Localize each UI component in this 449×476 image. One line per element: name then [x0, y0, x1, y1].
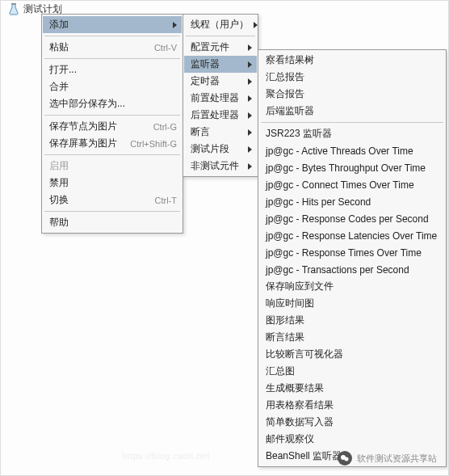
main-menu-item[interactable]: 禁用	[43, 175, 182, 192]
menu-item-label: 保存节点为图片	[49, 120, 145, 133]
submenu-arrow-icon	[248, 44, 252, 51]
listener-menu-item[interactable]: 汇总图	[259, 363, 445, 380]
menu-item-label: jp@gc - Bytes Throughput Over Time	[266, 162, 440, 174]
menu-item-label: 后端监听器	[266, 104, 440, 118]
menu-item-label: 保存屏幕为图片	[49, 137, 122, 150]
menu-item-label: jp@gc - Transactions per Second	[266, 264, 440, 276]
listener-menu-item[interactable]: 聚合报告	[259, 86, 445, 103]
menu-item-label: 简单数据写入器	[266, 415, 440, 429]
menu-item-label: 选中部分保存为...	[49, 97, 177, 111]
listener-menu-item[interactable]: jp@gc - Transactions per Second	[259, 261, 445, 278]
main-menu-item[interactable]: 启用	[43, 158, 182, 175]
listener-menu-item[interactable]: 邮件观察仪	[259, 431, 445, 448]
add-menu-item[interactable]: 后置处理器	[184, 107, 257, 124]
menu-item-label: JSR223 监听器	[266, 127, 440, 141]
add-menu-item[interactable]: 配置元件	[184, 39, 257, 56]
add-menu-item[interactable]: 定时器	[184, 73, 257, 90]
menu-item-label: 非测试元件	[191, 159, 243, 173]
menu-item-label: 汇总图	[266, 364, 440, 378]
listener-menu-item[interactable]: 汇总报告	[259, 69, 445, 86]
menu-separator	[44, 211, 180, 212]
watermark: 软件测试资源共享站	[338, 451, 437, 465]
menu-item-label: 图形结果	[266, 314, 440, 327]
listener-menu-item[interactable]: 后端监听器	[259, 103, 445, 120]
listener-menu-item[interactable]: jp@gc - Connect Times Over Time	[259, 176, 445, 193]
listener-menu-item[interactable]: jp@gc - Response Latencies Over Time	[259, 227, 445, 244]
add-menu-item[interactable]: 非测试元件	[184, 158, 257, 175]
listener-menu-item[interactable]: 比较断言可视化器	[259, 346, 445, 363]
menu-item-label: 用表格察看结果	[266, 398, 440, 412]
main-menu-item[interactable]: 打开...	[43, 61, 182, 78]
main-menu-item[interactable]: 帮助	[43, 214, 182, 231]
submenu-arrow-icon	[248, 95, 252, 102]
menu-item-label: 线程（用户）	[191, 18, 249, 32]
menu-item-shortcut: Ctrl+Shift-G	[130, 139, 177, 149]
menu-item-label: 启用	[49, 159, 177, 173]
menu-item-label: 定时器	[191, 74, 243, 88]
watermark-text: 软件测试资源共享站	[357, 453, 437, 465]
main-menu-item[interactable]: 选中部分保存为...	[43, 95, 182, 112]
main-menu-item[interactable]: 合并	[43, 78, 182, 95]
wechat-icon	[338, 451, 352, 465]
listener-menu-item[interactable]: 用表格察看结果	[259, 397, 445, 414]
menu-item-label: jp@gc - Active Threads Over Time	[266, 145, 440, 157]
listener-menu-item[interactable]: JSR223 监听器	[259, 125, 445, 142]
main-menu-item[interactable]: 添加	[43, 16, 182, 33]
menu-item-label: 监听器	[191, 57, 243, 71]
menu-item-label: 断言结果	[266, 331, 440, 344]
add-menu-item[interactable]: 测试片段	[184, 141, 257, 158]
listener-menu-item[interactable]: jp@gc - Response Times Over Time	[259, 244, 445, 261]
submenu-arrow-icon	[248, 163, 252, 170]
main-menu-item[interactable]: 粘贴Ctrl-V	[43, 39, 182, 56]
menu-item-label: jp@gc - Connect Times Over Time	[266, 179, 440, 191]
menu-item-label: jp@gc - Response Codes per Second	[266, 213, 440, 225]
context-menu-main: 添加粘贴Ctrl-V打开...合并选中部分保存为...保存节点为图片Ctrl-G…	[41, 14, 183, 234]
menu-separator	[44, 154, 180, 155]
menu-item-label: 邮件观察仪	[266, 432, 440, 446]
listener-menu-item[interactable]: 响应时间图	[259, 295, 445, 312]
listener-menu-item[interactable]: 图形结果	[259, 312, 445, 329]
listener-menu-item[interactable]: 生成概要结果	[259, 380, 445, 397]
menu-item-label: 比较断言可视化器	[266, 348, 440, 361]
listener-menu-item[interactable]: jp@gc - Response Codes per Second	[259, 210, 445, 227]
submenu-add: 线程（用户）配置元件监听器定时器前置处理器后置处理器断言测试片段非测试元件	[183, 14, 258, 177]
menu-item-label: jp@gc - Hits per Second	[266, 196, 440, 208]
menu-item-label: 添加	[49, 18, 168, 32]
menu-item-shortcut: Ctrl-G	[153, 122, 177, 132]
add-menu-item[interactable]: 前置处理器	[184, 90, 257, 107]
menu-item-label: jp@gc - Response Times Over Time	[266, 247, 440, 259]
menu-item-label: 切换	[49, 193, 147, 207]
main-menu-item[interactable]: 保存节点为图片Ctrl-G	[43, 118, 182, 135]
add-menu-item[interactable]: 线程（用户）	[184, 16, 257, 33]
menu-item-label: 合并	[49, 80, 177, 94]
menu-item-label: 断言	[191, 125, 243, 139]
listener-menu-item[interactable]: jp@gc - Active Threads Over Time	[259, 142, 445, 159]
menu-item-label: 打开...	[49, 63, 177, 77]
menu-separator	[186, 36, 255, 36]
listener-menu-item[interactable]: 保存响应到文件	[259, 278, 445, 295]
menu-item-label: 粘贴	[49, 40, 146, 54]
svg-point-2	[345, 457, 349, 461]
listener-menu-item[interactable]: 断言结果	[259, 329, 445, 346]
submenu-arrow-icon	[248, 129, 252, 136]
listener-menu-item[interactable]: 简单数据写入器	[259, 414, 445, 431]
listener-menu-item[interactable]: jp@gc - Hits per Second	[259, 193, 445, 210]
submenu-arrow-icon	[173, 22, 177, 28]
url-watermark: https://blog.csdn.net	[122, 451, 210, 461]
menu-item-label: 配置元件	[191, 40, 243, 54]
listener-menu-item[interactable]: 察看结果树	[259, 52, 445, 69]
main-menu-item[interactable]: 切换Ctrl-T	[43, 192, 182, 209]
menu-item-label: 聚合报告	[266, 87, 440, 101]
submenu-listeners: 察看结果树汇总报告聚合报告后端监听器JSR223 监听器jp@gc - Acti…	[258, 49, 447, 467]
submenu-arrow-icon	[248, 146, 252, 153]
submenu-arrow-icon	[248, 61, 252, 68]
menu-item-label: jp@gc - Response Latencies Over Time	[266, 230, 440, 242]
main-menu-item[interactable]: 保存屏幕为图片Ctrl+Shift-G	[43, 135, 182, 152]
add-menu-item[interactable]: 监听器	[184, 56, 257, 73]
menu-item-label: 测试片段	[191, 142, 243, 156]
submenu-arrow-icon	[254, 22, 258, 28]
submenu-arrow-icon	[248, 112, 252, 119]
menu-item-label: 帮助	[49, 216, 177, 230]
add-menu-item[interactable]: 断言	[184, 124, 257, 141]
listener-menu-item[interactable]: jp@gc - Bytes Throughput Over Time	[259, 159, 445, 176]
